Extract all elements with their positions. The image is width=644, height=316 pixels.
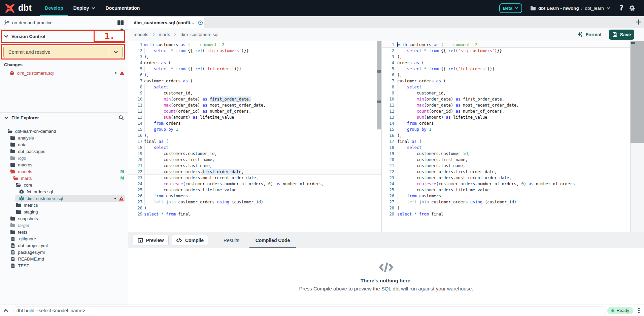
code-line-28[interactable]: 28) [128,205,381,211]
tree-item-readme.md[interactable]: README.md [0,255,128,262]
save-button[interactable]: Save [609,30,634,40]
scrollbar-thumb[interactable] [631,41,644,143]
version-control-header[interactable]: Version Control [0,31,128,43]
tree-item-analysis[interactable]: analysis [0,134,128,141]
code-line-27[interactable]: 27 left join customer_orders using (cust… [382,199,630,205]
code-line-17[interactable]: 17final as ( [382,139,630,145]
command-input[interactable]: dbt build --select <model_name> [13,306,606,315]
code-line-1[interactable]: 1with customers as ( -- comment 2 [128,42,381,48]
code-line-25[interactable]: 25 customer_orders.lifetime_value [128,187,381,193]
account-project-switcher[interactable]: dbt Learn - mwong / dbt_learn [530,5,611,11]
format-button[interactable]: Format [577,32,602,38]
tree-item-models[interactable]: modelsM [0,168,128,175]
kebab-menu-icon[interactable] [638,308,640,313]
code-line-12[interactable]: 12 count(order_id) as number_of_orders, [128,108,381,114]
pane-divider[interactable] [381,41,382,232]
code-line-14[interactable]: 14 from orders [128,120,381,126]
code-line-3[interactable]: 3), [128,54,381,60]
breadcrumb-item[interactable]: dim_customers.sql [180,32,218,37]
code-line-8[interactable]: 8 select [128,84,381,90]
commit-and-resolve-button[interactable]: Commit and resolve [3,46,123,58]
code-line-16[interactable]: 16), [128,132,381,139]
preview-button[interactable]: Preview [133,235,169,245]
code-line-10[interactable]: 10 min(order_date) as first_order_date, [382,96,630,102]
code-line-18[interactable]: 18 select [382,145,630,151]
code-line-22[interactable]: 22 customer_orders.first_order_date, [382,169,630,175]
docs-book-icon[interactable] [117,19,124,26]
code-line-20[interactable]: 20 customers.first_name, [128,157,381,163]
code-line-5[interactable]: 5 select * from {{ ref('fct_orders')}} [382,66,630,72]
code-line-13[interactable]: 13 sum(amount) as lifetime_value [128,114,381,120]
file-tab[interactable]: dim_customers.sql (confli… [128,17,204,28]
code-line-11[interactable]: 11 max(order_date) as most_recent_order_… [382,102,630,108]
breadcrumb-item[interactable]: models [134,32,148,37]
code-line-23[interactable]: 23 customer_orders.most_recent_order_dat… [128,175,381,181]
commit-dropdown-toggle[interactable] [109,46,122,58]
nav-item-deploy[interactable]: Deploy [73,0,96,16]
code-line-1[interactable]: 1with customers as ( -- comment 2 [382,42,630,48]
tree-item-test[interactable]: TEST [0,262,128,269]
dbt-logo[interactable]: dbt [0,3,33,13]
panel-tab-compiled-code[interactable]: Compiled Code [249,232,296,248]
search-icon[interactable] [118,115,124,120]
code-line-6[interactable]: 6), [382,72,630,78]
code-line-7[interactable]: 7customer_orders as ( [128,78,381,84]
code-line-14[interactable]: 14 from orders [382,120,630,126]
help-button[interactable]: ? [619,4,623,12]
tree-item-logs[interactable]: logs [0,155,128,161]
code-line-13[interactable]: 13 sum(amount) as lifetime_value [382,114,630,120]
code-line-27[interactable]: 27 left join customer_orders using (cust… [128,199,381,205]
tree-item-staging[interactable]: staging [0,208,128,215]
file-explorer-header[interactable]: File Explorer [0,113,128,123]
code-line-23[interactable]: 23 customer_orders.most_recent_order_dat… [382,175,630,181]
tree-item-macros[interactable]: macros [0,161,128,168]
tree-item-packages.yml[interactable]: packages.yml [0,249,128,255]
code-line-19[interactable]: 19 customers.customer_id, [382,151,630,157]
tree-item-data[interactable]: data [0,141,128,148]
panel-tab-results[interactable]: Results [217,232,245,248]
editor-pane-left[interactable]: 1with customers as ( -- comment 22 selec… [128,41,381,232]
code-line-11[interactable]: 11 max(order_date) as most_recent_order_… [128,102,381,108]
tree-item-target[interactable]: target [0,222,128,229]
code-line-24[interactable]: 24 coalesce(customer_orders.number_of_or… [128,181,381,187]
code-line-15[interactable]: 15 group by 1 [128,126,381,132]
code-line-17[interactable]: 17final as ( [128,139,381,145]
code-line-10[interactable]: 10 min(order_date) as first_order_date, [128,96,381,102]
new-tab-button[interactable] [636,19,641,25]
code-line-6[interactable]: 6), [128,72,381,78]
code-line-2[interactable]: 2 select * from {{ ref('stg_customers')}… [128,48,381,54]
code-line-24[interactable]: 24 coalesce(customer_orders.number_of_or… [382,181,630,187]
tree-item-dim_customers.sql[interactable]: dim_customers.sql [0,195,128,202]
code-line-25[interactable]: 25 customer_orders.lifetime_value [382,187,630,193]
code-line-8[interactable]: 8 select [382,84,630,90]
code-line-22[interactable]: 22 customer_orders.first_order_date, [128,169,381,175]
tree-item-dbt-learn-on-demand[interactable]: dbt-learn-on-demand [0,128,128,134]
code-line-26[interactable]: 26 from customers [382,193,630,199]
tree-item-metrics[interactable]: metrics [0,202,128,208]
code-line-15[interactable]: 15 group by 1 [382,126,630,132]
expand-command-bar-button[interactable] [0,305,12,316]
code-line-18[interactable]: 18 select [128,145,381,151]
tree-item-dbt_project.yml[interactable]: dbt_project.yml [0,242,128,249]
code-line-9[interactable]: 9 customer_id, [382,90,630,96]
tree-item-core[interactable]: core [0,182,128,188]
editor-scrollbar-left[interactable] [377,41,381,232]
editor-pane-right[interactable]: 1with customers as ( -- comment 22 selec… [382,41,630,232]
code-line-2[interactable]: 2 select * from {{ ref('stg_customers')}… [382,48,630,54]
compile-button[interactable]: Compile [172,235,208,245]
code-line-29[interactable]: 29select * from final [382,211,630,217]
code-line-28[interactable]: 28) [382,205,630,211]
code-line-29[interactable]: 29select * from final [128,211,381,217]
git-branch-row[interactable]: on-demand-practice [0,16,128,30]
tree-item-fct_orders.sql[interactable]: fct_orders.sql [0,188,128,195]
tree-item-tests[interactable]: tests [0,229,128,235]
tree-item-dbt_packages[interactable]: dbt_packages [0,148,128,155]
scrollbar-thumb[interactable] [377,41,381,129]
nav-item-documentation[interactable]: Documentation [105,0,141,16]
tree-item-.gitignore[interactable]: .gitignore [0,235,128,242]
tree-item-snapshots[interactable]: snapshots [0,215,128,222]
code-line-7[interactable]: 7customer_orders as ( [382,78,630,84]
code-line-26[interactable]: 26 from customers [128,193,381,199]
code-line-21[interactable]: 21 customers.last_name, [128,163,381,169]
code-line-4[interactable]: 4orders as ( [382,60,630,66]
